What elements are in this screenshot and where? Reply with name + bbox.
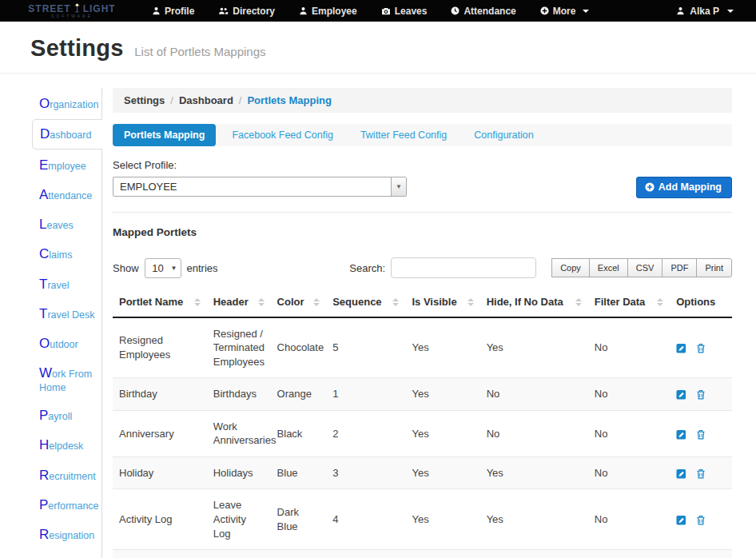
sort-icon[interactable]	[463, 298, 474, 306]
sidebar-item[interactable]: Loan	[32, 550, 101, 558]
export-button[interactable]: Copy	[551, 258, 590, 277]
sidebar-item-label: eaves	[46, 220, 73, 231]
export-button[interactable]: CSV	[627, 258, 663, 277]
edit-button[interactable]	[676, 343, 686, 353]
page-size-select[interactable]: 10 ▼	[145, 258, 181, 278]
table-controls: Show 10 ▼ entries Search: Copy Excel	[113, 257, 732, 278]
table-row: Resigned Employees Resigned / Terminated…	[113, 317, 732, 378]
column-header[interactable]: Color	[271, 289, 327, 317]
tab[interactable]: Twitter Feed Config	[349, 124, 458, 146]
column-header[interactable]: Header	[207, 289, 271, 317]
cell-header: Resigned / Terminated Employees	[207, 317, 271, 378]
export-button[interactable]: Print	[696, 258, 732, 277]
cell-hide-if-no-data: Yes	[480, 550, 588, 558]
delete-button[interactable]	[696, 389, 706, 400]
cell-hide-if-no-data: Yes	[480, 489, 588, 550]
profile-select[interactable]: EMPLOYEE ▼	[113, 177, 407, 197]
profile-select-label: Select Profile:	[113, 159, 732, 171]
sort-icon[interactable]	[571, 298, 582, 306]
breadcrumb-settings[interactable]: Settings	[124, 94, 165, 106]
edit-button[interactable]	[676, 515, 686, 525]
cell-options	[670, 378, 732, 411]
export-button[interactable]: Excel	[589, 258, 628, 277]
nav-item[interactable]: Employee	[299, 6, 357, 17]
sidebar-item[interactable]: Travel	[32, 270, 101, 298]
export-button[interactable]: PDF	[662, 258, 697, 277]
column-header[interactable]: Portlet Name	[113, 289, 207, 317]
edit-button[interactable]	[676, 429, 686, 440]
tab[interactable]: Portlets Mapping	[113, 124, 216, 146]
sort-icon[interactable]	[652, 298, 663, 306]
cell-is-visible: Yes	[405, 410, 479, 456]
sidebar-item-initial: P	[39, 497, 48, 512]
delete-button[interactable]	[696, 515, 706, 525]
sidebar-item-initial: T	[39, 306, 47, 321]
cell-sequence: 1	[326, 378, 405, 411]
column-header-label: Options	[676, 296, 715, 309]
delete-button[interactable]	[696, 468, 706, 479]
cell-is-visible: Yes	[405, 317, 479, 378]
sort-icon[interactable]	[308, 298, 320, 306]
delete-button[interactable]	[696, 343, 706, 353]
sidebar-item[interactable]: Claims	[32, 240, 101, 268]
sidebar-item-initial: T	[39, 277, 47, 292]
sidebar-item[interactable]: Payroll	[32, 401, 101, 429]
cell-header: Holidays	[207, 456, 271, 489]
sidebar-item[interactable]: Leaves	[32, 210, 101, 238]
tab[interactable]: Configuration	[463, 124, 544, 146]
nav-item[interactable]: Profile	[152, 6, 194, 17]
nav-item[interactable]: Attendance	[451, 6, 515, 17]
sidebar-item[interactable]: Recruitment	[32, 461, 101, 489]
column-header[interactable]: Options	[670, 289, 732, 317]
sidebar-item[interactable]: Helpdesk	[32, 431, 101, 459]
sort-icon[interactable]	[253, 298, 265, 306]
edit-button[interactable]	[676, 389, 686, 400]
sidebar-item-label: ayroll	[48, 411, 72, 422]
sort-icon[interactable]	[388, 298, 399, 306]
sidebar-item[interactable]: Outdoor	[32, 329, 101, 357]
cell-is-visible: Yes	[405, 456, 479, 489]
edit-button[interactable]	[676, 468, 686, 479]
sidebar-item[interactable]: Resignation	[32, 520, 101, 548]
sidebar-item-label: ecruitment	[49, 471, 95, 482]
sidebar-item[interactable]: Organization	[32, 90, 101, 118]
sidebar-item-label: ravel Desk	[47, 309, 94, 321]
search-input[interactable]	[391, 257, 536, 278]
column-header[interactable]: Is Visible	[405, 289, 479, 317]
sidebar-item[interactable]: Travel Desk	[32, 300, 101, 328]
sidebar-item[interactable]: Dashboard	[32, 119, 102, 149]
profile-select-section: Select Profile: EMPLOYEE ▼ Add Mapping	[113, 159, 732, 198]
sidebar-item[interactable]: Employee	[32, 151, 101, 179]
breadcrumb-separator: /	[170, 94, 173, 106]
streetlight-lamp-icon	[73, 3, 82, 14]
sidebar-item[interactable]: Work From Home	[32, 359, 101, 400]
column-header-label: Header	[213, 296, 249, 309]
clock-icon	[451, 6, 460, 15]
cell-is-visible: Yes	[405, 550, 479, 558]
user-menu[interactable]: Alka P	[676, 6, 734, 17]
add-mapping-button[interactable]: Add Mapping	[636, 177, 732, 198]
page-size-value: 10	[145, 262, 171, 274]
column-header[interactable]: Filter Data	[588, 289, 670, 317]
sidebar-item[interactable]: Performance	[32, 491, 101, 519]
nav-item[interactable]: Leaves	[381, 6, 428, 17]
sidebar-item-label: rganization	[50, 99, 98, 110]
chevron-down-icon[interactable]: ▼	[391, 177, 406, 196]
search-label: Search:	[349, 262, 385, 274]
nav-item[interactable]: More	[540, 6, 590, 17]
table-row: Birthday Birthdays Orange 1 Yes No No	[113, 378, 732, 411]
show-label: Show	[113, 262, 139, 274]
breadcrumb-dashboard[interactable]: Dashboard	[179, 94, 233, 106]
column-header[interactable]: Hide, If No Data	[480, 289, 588, 317]
chevron-down-icon: ▼	[171, 265, 177, 272]
app-logo[interactable]: Street Light Software	[24, 3, 120, 18]
sidebar-item[interactable]: Attendance	[32, 181, 101, 209]
breadcrumb-portlets-mapping[interactable]: Portlets Mapping	[247, 94, 331, 106]
tab[interactable]: Facebook Feed Config	[221, 124, 344, 146]
sort-icon[interactable]	[189, 298, 201, 306]
nav-item[interactable]: Directory	[218, 6, 275, 17]
page-subtitle: List of Portlets Mappings	[134, 45, 265, 58]
delete-button[interactable]	[696, 429, 706, 440]
column-header[interactable]: Sequence	[326, 289, 405, 317]
cell-filter-data: No	[588, 456, 670, 489]
